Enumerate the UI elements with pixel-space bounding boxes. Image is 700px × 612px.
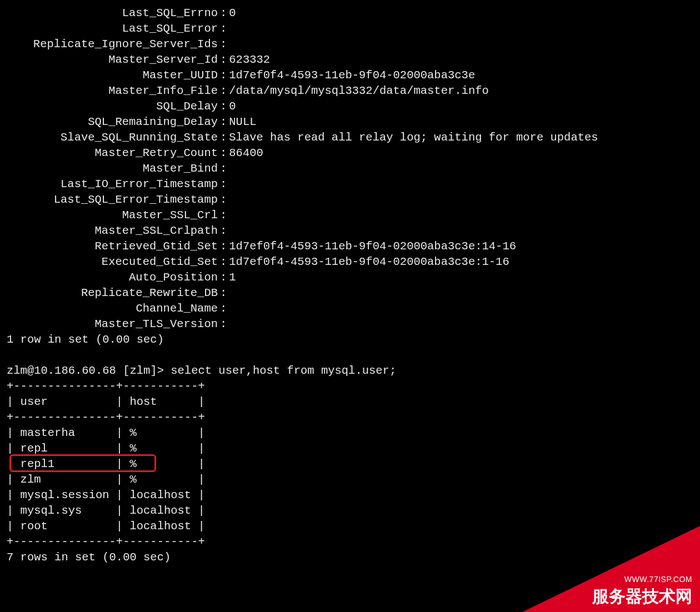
- status-field: Slave_SQL_Running_State:Slave has read a…: [7, 130, 598, 146]
- status-value: 623332: [229, 52, 270, 68]
- pipe: |: [116, 427, 130, 439]
- status-field: Executed_Gtid_Set:1d7ef0f4-4593-11eb-9f0…: [7, 254, 598, 270]
- pipe: |: [116, 520, 130, 533]
- prompt-line[interactable]: zlm@10.186.60.68 [zlm]> select user,host…: [7, 363, 598, 379]
- watermark-site: 服务器技术网: [592, 586, 692, 607]
- status-field: Auto_Position:1: [7, 270, 598, 285]
- pipe: |: [7, 489, 21, 501]
- kv-separator: :: [218, 318, 229, 330]
- cell-host: %: [129, 457, 198, 472]
- status-field: Channel_Name:: [7, 301, 598, 317]
- pipe: |: [116, 395, 130, 408]
- pipe: |: [116, 442, 130, 455]
- pipe: |: [7, 442, 21, 455]
- blank-line: [7, 348, 598, 363]
- cell-user: mysql.sys: [21, 503, 116, 519]
- kv-separator: :: [218, 287, 229, 299]
- pipe: |: [198, 442, 204, 455]
- status-field: Last_SQL_Errno:0: [7, 6, 598, 21]
- status-field: SQL_Remaining_Delay:NULL: [7, 114, 598, 130]
- status-label: SQL_Delay: [7, 99, 218, 114]
- table-border: +---------------+-----------+: [7, 410, 598, 425]
- status-field: Master_Server_Id:623332: [7, 52, 598, 68]
- status-label: SQL_Remaining_Delay: [7, 114, 218, 130]
- status-field: Retrieved_Gtid_Set:1d7ef0f4-4593-11eb-9f…: [7, 239, 598, 254]
- cell-user: mysql.session: [21, 488, 116, 503]
- pipe: |: [116, 489, 130, 501]
- status-field: Master_UUID:1d7ef0f4-4593-11eb-9f04-0200…: [7, 68, 598, 83]
- table-row: | repl| %|: [7, 441, 598, 457]
- col-user-header: user: [21, 394, 116, 410]
- status-label: Master_SSL_Crlpath: [7, 223, 218, 239]
- cell-user: repl: [21, 441, 116, 457]
- kv-separator: :: [218, 53, 229, 66]
- status-label: Master_Info_File: [7, 83, 218, 99]
- pipe: |: [198, 520, 204, 533]
- status-field: Master_SSL_Crlpath:: [7, 223, 598, 239]
- pipe: |: [198, 458, 204, 470]
- cell-user: masterha: [21, 425, 116, 441]
- pipe: |: [7, 473, 21, 486]
- cell-host: localhost: [129, 519, 198, 534]
- kv-separator: :: [218, 271, 229, 284]
- table-border: +---------------+-----------+: [7, 379, 598, 394]
- status-label: Channel_Name: [7, 301, 218, 317]
- kv-separator: :: [218, 193, 229, 206]
- cell-host: localhost: [129, 503, 198, 519]
- status-field: Master_Info_File:/data/mysql/mysql3332/d…: [7, 83, 598, 99]
- status-label: Slave_SQL_Running_State: [7, 130, 218, 146]
- cell-user: repl1: [21, 457, 116, 472]
- status-value: 0: [229, 6, 236, 21]
- watermark-url: WWW.77ISP.COM: [592, 575, 692, 585]
- kv-separator: :: [218, 178, 229, 190]
- kv-separator: :: [218, 100, 229, 113]
- status-label: Master_Bind: [7, 161, 218, 177]
- pipe: |: [7, 504, 21, 517]
- watermark: WWW.77ISP.COM 服务器技术网: [592, 575, 692, 606]
- pipe: |: [7, 458, 21, 470]
- pipe: |: [116, 504, 130, 517]
- status-field: Master_TLS_Version:: [7, 317, 598, 332]
- sql-command: select user,host from mysql.user;: [164, 364, 396, 377]
- status-label: Executed_Gtid_Set: [7, 254, 218, 270]
- table-row-count: 7 rows in set (0.00 sec): [7, 550, 598, 565]
- status-value: 86400: [229, 146, 263, 161]
- kv-separator: :: [218, 162, 229, 175]
- kv-separator: :: [218, 38, 229, 51]
- pipe: |: [198, 427, 204, 439]
- status-label: Last_IO_Error_Timestamp: [7, 177, 218, 192]
- status-label: Retrieved_Gtid_Set: [7, 239, 218, 254]
- status-label: Last_SQL_Error: [7, 21, 218, 37]
- status-field: Replicate_Ignore_Server_Ids:: [7, 37, 598, 52]
- kv-separator: :: [218, 7, 229, 19]
- kv-separator: :: [218, 84, 229, 97]
- kv-separator: :: [218, 147, 229, 159]
- status-field: SQL_Delay:0: [7, 99, 598, 114]
- cell-host: %: [129, 441, 198, 457]
- status-field: Last_SQL_Error:: [7, 21, 598, 37]
- status-field: Master_Bind:: [7, 161, 598, 177]
- cell-host: %: [129, 472, 198, 488]
- pipe: |: [198, 504, 204, 517]
- pipe: |: [7, 427, 21, 439]
- pipe: |: [198, 489, 204, 501]
- pipe: |: [116, 458, 130, 470]
- kv-separator: :: [218, 116, 229, 128]
- status-value: /data/mysql/mysql3332/data/master.info: [229, 83, 488, 99]
- kv-separator: :: [218, 22, 229, 35]
- status-field: Replicate_Rewrite_DB:: [7, 285, 598, 301]
- status-label: Last_SQL_Errno: [7, 6, 218, 21]
- table-row: | mysql.sys| localhost|: [7, 503, 598, 519]
- kv-separator: :: [218, 131, 229, 144]
- pipe: |: [7, 520, 21, 533]
- status-label: Replicate_Ignore_Server_Ids: [7, 37, 218, 52]
- col-host-header: host: [129, 394, 198, 410]
- status-label: Master_SSL_Crl: [7, 208, 218, 223]
- status-label: Master_UUID: [7, 68, 218, 83]
- kv-separator: :: [218, 240, 229, 253]
- table-row: | repl1| %|: [7, 457, 598, 472]
- terminal-output[interactable]: Last_SQL_Errno:0Last_SQL_Error:Replicate…: [7, 6, 598, 565]
- status-value: 1: [229, 270, 236, 285]
- table-border: +---------------+-----------+: [7, 534, 598, 550]
- status-value: Slave has read all relay log; waiting fo…: [229, 130, 598, 146]
